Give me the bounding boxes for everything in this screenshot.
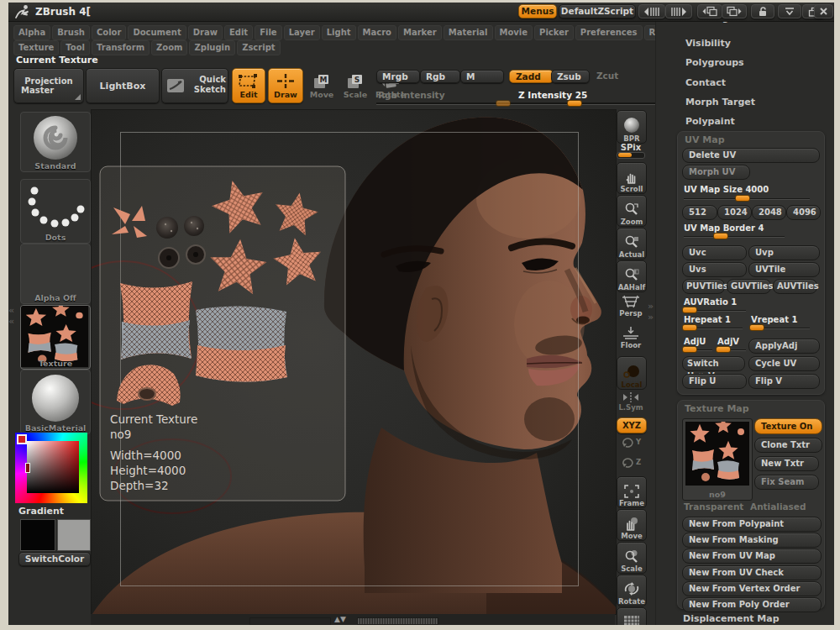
menu-zscript[interactable]: Zscript: [237, 40, 280, 55]
scroll-tool-button[interactable]: Scroll: [617, 162, 647, 194]
guvtiles-button[interactable]: GUVTiles: [727, 279, 771, 294]
rotate-3d-button[interactable]: Rotate: [617, 575, 647, 606]
local-button[interactable]: Local: [617, 356, 647, 390]
quick-sketch-button[interactable]: Quick Sketch: [161, 68, 228, 103]
new-txtr-button[interactable]: New Txtr: [754, 456, 819, 471]
intensity-slider-track[interactable]: [376, 102, 682, 105]
texture-map-thumbnail[interactable]: no9: [682, 418, 753, 501]
m-button[interactable]: M: [460, 70, 504, 83]
texture-on-button[interactable]: Texture On: [754, 418, 822, 434]
uvp-button[interactable]: Uvp: [748, 245, 820, 260]
clone-txtr-button[interactable]: Clone Txtr: [754, 438, 822, 453]
size-4096-button[interactable]: 4096: [786, 205, 821, 220]
menu-marker[interactable]: Marker: [398, 25, 442, 40]
menu-zoom[interactable]: Zoom: [151, 40, 187, 55]
adju-handle[interactable]: [682, 346, 697, 353]
color-sv-square[interactable]: [27, 441, 79, 493]
menus-button[interactable]: Menus: [518, 4, 557, 18]
texture-thumbnail[interactable]: Texture: [20, 305, 91, 370]
section-polypaint[interactable]: Polypaint: [685, 116, 735, 127]
color-picker[interactable]: [15, 433, 87, 503]
scroll-arrows-icon[interactable]: ▲▼: [334, 615, 346, 623]
lock-button[interactable]: [751, 4, 774, 18]
frame-button[interactable]: Frame: [617, 476, 647, 508]
right-divider-collapse-icon[interactable]: »»: [648, 301, 654, 323]
menu-transform[interactable]: Transform: [92, 40, 150, 55]
new-from-vertex-order-button[interactable]: New From Vertex Order: [682, 581, 822, 596]
antialiased-toggle[interactable]: Antialiased: [750, 501, 806, 512]
doc-prev-button[interactable]: [697, 4, 722, 18]
persp-button[interactable]: Persp: [617, 294, 645, 318]
alpha-thumbnail-off[interactable]: Alpha Off: [20, 244, 91, 304]
z-intensity-slider-handle[interactable]: [567, 100, 582, 107]
menu-tool[interactable]: Tool: [60, 40, 90, 55]
spix-control[interactable]: SPix: [617, 144, 645, 159]
spix-slider-handle[interactable]: [618, 153, 632, 157]
uv-map-border-track[interactable]: [684, 236, 785, 238]
switch-uv-button[interactable]: Switch U<>V: [682, 356, 745, 371]
rotate-y-button[interactable]: Y: [617, 436, 645, 448]
zsub-button[interactable]: Zsub: [551, 70, 590, 83]
default-zscript-button[interactable]: DefaultZScript: [559, 4, 636, 18]
document-canvas[interactable]: Current Texture no9 Width=4000 Height=40…: [91, 109, 617, 615]
delete-uv-button[interactable]: Delete UV: [682, 148, 820, 163]
aahalf-button[interactable]: AAHalf: [617, 260, 647, 292]
rgb-button[interactable]: Rgb: [420, 70, 460, 83]
scroll-palettes-left-button[interactable]: [638, 4, 665, 18]
menu-preferences[interactable]: Preferences: [575, 25, 643, 40]
new-from-uv-check-button[interactable]: New From UV Check: [682, 565, 822, 580]
doc-next-button[interactable]: [722, 4, 747, 18]
cycle-uv-button[interactable]: Cycle UV: [748, 356, 820, 371]
scale-mode-button[interactable]: S Scale: [341, 71, 370, 100]
move-3d-button[interactable]: Move: [617, 509, 647, 541]
uv-map-size-handle[interactable]: [735, 195, 750, 202]
new-from-masking-button[interactable]: New From Masking: [682, 533, 822, 548]
material-thumbnail-basic[interactable]: BasicMaterial: [20, 370, 91, 434]
menu-material[interactable]: Material: [444, 25, 493, 40]
rotate-z-button[interactable]: Z: [617, 456, 645, 468]
floor-button[interactable]: Floor: [617, 326, 645, 349]
scale-3d-button[interactable]: Scale: [617, 542, 647, 574]
main-color-swatch[interactable]: [20, 519, 55, 551]
uvc-button[interactable]: Uvc: [682, 245, 747, 260]
zoom-tool-button[interactable]: Zoom: [617, 195, 647, 227]
auvratio-handle[interactable]: [682, 307, 697, 313]
uv-map-header[interactable]: UV Map: [685, 134, 725, 145]
vrepeat-handle[interactable]: [749, 324, 764, 331]
uvtile-button[interactable]: UVTile: [748, 262, 820, 277]
zadd-button[interactable]: Zadd: [509, 70, 554, 83]
new-from-poly-order-button[interactable]: New From Poly Order: [682, 597, 822, 612]
section-visibility[interactable]: Visibility: [685, 38, 731, 49]
lsym-button[interactable]: L.Sym: [617, 391, 645, 412]
switch-color-button[interactable]: SwitchColor: [18, 552, 91, 566]
section-contact[interactable]: Contact: [685, 77, 726, 88]
hrepeat-handle[interactable]: [682, 324, 697, 331]
new-from-uv-map-button[interactable]: New From UV Map: [682, 549, 822, 564]
new-from-polypaint-button[interactable]: New From Polypaint: [682, 517, 822, 532]
draw-mode-button[interactable]: Draw: [268, 68, 303, 103]
rgb-intensity-slider-handle[interactable]: [496, 100, 511, 107]
bpr-button[interactable]: BPR: [617, 110, 647, 144]
color-sv-cursor[interactable]: [25, 463, 30, 473]
zcut-button[interactable]: Zcut: [596, 71, 618, 81]
projection-master-button[interactable]: Projection Master: [13, 68, 84, 103]
uv-map-border-handle[interactable]: [713, 233, 728, 239]
transparent-toggle[interactable]: Transparent: [684, 501, 743, 512]
size-512-button[interactable]: 512: [682, 205, 717, 220]
secondary-color-swatch[interactable]: [57, 519, 91, 551]
flip-v-button[interactable]: Flip V: [748, 374, 820, 389]
move-mode-button[interactable]: M Move: [307, 71, 336, 100]
fix-seam-button[interactable]: Fix Seam: [754, 475, 819, 490]
edit-mode-button[interactable]: Edit: [232, 68, 265, 103]
mrgb-button[interactable]: Mrgb: [376, 70, 420, 83]
section-polygroups[interactable]: Polygroups: [685, 57, 744, 68]
h-scrollbar-left[interactable]: [249, 617, 331, 625]
stroke-thumbnail-dots[interactable]: Dots: [20, 179, 91, 244]
applyadj-button[interactable]: ApplyAdj: [748, 339, 820, 354]
h-scrollbar-right[interactable]: [357, 617, 438, 625]
color-hue-cursor[interactable]: [17, 434, 27, 444]
brush-thumbnail-standard[interactable]: Standard: [20, 112, 91, 172]
menu-light[interactable]: Light: [322, 25, 356, 40]
menu-movie[interactable]: Movie: [495, 25, 533, 40]
uvs-button[interactable]: Uvs: [682, 262, 747, 277]
